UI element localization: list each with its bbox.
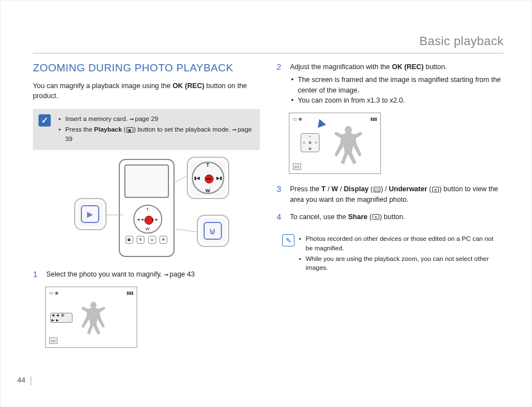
left-column: ZOOMING DURING PHOTO PLAYBACK You can ma… <box>33 62 260 373</box>
device-screen <box>124 164 169 198</box>
mid: ( <box>427 185 432 193</box>
dpad-t-label: T <box>146 207 149 212</box>
dpad-t: T <box>206 162 210 168</box>
step-number: 4 <box>277 212 284 222</box>
after: ) button. <box>380 213 405 221</box>
display-label: Display <box>344 185 369 193</box>
nav-indicator: ^ <⊕> ⊕ <box>301 133 320 152</box>
zoom-indicator: ◄◄ ⊕ ►► <box>50 313 72 323</box>
dpad-right-label: ►► <box>151 217 159 221</box>
osd-top: ▭ ◉ ▮▮▮ <box>49 290 133 297</box>
prereq-item: Press the Playback (▣) button to set the… <box>59 125 253 143</box>
intro-text-before: You can magnify a playback image using t… <box>33 82 172 90</box>
share-label: Share <box>348 213 367 221</box>
device-button-row: ▣ ↯ ⊍ ❄ <box>125 236 168 246</box>
intro-text-bold: OK (REC) <box>172 82 204 90</box>
step2-before: Adjust the magnification with the <box>290 63 392 71</box>
screen-illustration-2: ▭ ◉ ▮▮▮ ^ <⊕> ⊕ ▭ <box>289 113 381 174</box>
osd-bottom-icon: ▭ <box>49 337 57 344</box>
step-number: 3 <box>277 184 284 205</box>
sep: / <box>326 185 331 193</box>
check-icon <box>38 114 51 127</box>
right-column: 2 Adjust the magnification with the OK (… <box>277 62 504 373</box>
nav-up: ^ <box>309 135 311 139</box>
step-2: 2 Adjust the magnification with the OK (… <box>277 62 504 106</box>
device-dpad: T W ◄◄ ►► <box>133 205 162 234</box>
play-icon <box>81 205 99 223</box>
prereq-bold: Playback <box>94 126 122 133</box>
note-icon <box>282 234 294 246</box>
dpad-ring-icon: OK T W ▮◀ ▶▮ <box>192 162 224 194</box>
osd-tr-icon: ▮▮▮ <box>127 290 133 297</box>
step2-bullet: The screen is framed and the image is ma… <box>290 75 504 96</box>
before: To cancel, use the <box>290 213 348 221</box>
playback-button-callout <box>74 198 107 230</box>
notes-list: Photos recorded on other devices or thos… <box>299 234 497 273</box>
nav-down: ⊕ <box>308 147 312 151</box>
page-ref: page 43 <box>164 270 195 278</box>
note-item: Photos recorded on other devices or thos… <box>299 234 497 253</box>
photo-silhouette <box>76 299 110 336</box>
device-body: T W ◄◄ ►► ▣ ↯ ⊍ ❄ <box>119 159 175 257</box>
prereq-item: Insert a memory card. page 29 <box>59 114 253 124</box>
prereq-mid: ( <box>122 126 126 133</box>
device-btn-icon: ▣ <box>125 236 133 244</box>
sep: / <box>338 185 344 193</box>
mid: ( <box>369 185 373 193</box>
prereq-after: ) button to set the playback mode. <box>134 126 232 133</box>
step-number: 2 <box>277 62 284 106</box>
photo-silhouette <box>328 123 367 166</box>
step-1: 1 Select the photo you want to magnify. … <box>33 269 260 280</box>
content-columns: ZOOMING DURING PHOTO PLAYBACK You can ma… <box>33 62 504 373</box>
nav-right: > <box>315 140 317 144</box>
header-rule <box>33 53 504 54</box>
dpad-callout: OK T W ▮◀ ▶▮ <box>187 157 229 199</box>
callout-line <box>107 215 123 215</box>
osd-tl-icon: ▭ ◉ <box>293 117 302 123</box>
osd-tl-icon: ▭ ◉ <box>49 290 59 297</box>
step1-before: Select the photo you want to magnify. <box>46 270 164 278</box>
mid: ) / <box>381 185 389 193</box>
step-4: 4 To cancel, use the Share (↯) button. <box>277 212 504 222</box>
prerequisite-box: Insert a memory card. page 29 Press the … <box>33 109 260 150</box>
device-btn-icon: ❄ <box>159 236 167 244</box>
mid: ( <box>367 213 372 221</box>
share-icon: ↯ <box>373 214 379 220</box>
dpad-left-label: ◄◄ <box>137 217 144 221</box>
page-ref: page 29 <box>129 115 158 122</box>
callout-line <box>174 176 187 183</box>
step2-bullet: You can zoom in from x1.3 to x2.0. <box>290 95 504 106</box>
dpad-l: ▮◀ <box>194 176 200 181</box>
note-item: While you are using the playback zoom, y… <box>299 254 497 273</box>
underwater-icon <box>204 222 221 240</box>
step2-bullets: The screen is framed and the image is ma… <box>290 75 504 106</box>
ok-label: OK <box>205 175 214 183</box>
prereq-text: Insert a memory card. <box>65 115 129 122</box>
dpad-w-label: W <box>146 226 150 231</box>
w-label: W <box>331 185 338 193</box>
manual-page: Basic playback ZOOMING DURING PHOTO PLAY… <box>0 0 532 407</box>
section-header: Basic playback <box>419 34 504 49</box>
nav-left: < <box>303 140 305 144</box>
step-text: Select the photo you want to magnify. pa… <box>46 269 195 280</box>
step2-after: button. <box>424 63 447 71</box>
callout-line <box>176 229 198 232</box>
prereq-list: Insert a memory card. page 29 Press the … <box>59 114 253 143</box>
step-text: Adjust the magnification with the OK (RE… <box>290 62 504 106</box>
osd-top: ▭ ◉ ▮▮▮ <box>293 117 377 123</box>
playback-icon: ▣ <box>127 127 133 133</box>
t-label: T <box>321 185 326 193</box>
display-icon: |▯| <box>374 187 380 192</box>
dpad-r: ▶▮ <box>216 176 222 181</box>
step-text: To cancel, use the Share (↯) button. <box>290 212 405 222</box>
nav-center: ⊕ <box>308 140 312 145</box>
screen-illustration-1: ▭ ◉ ▮▮▮ ◄◄ ⊕ ►► ▭ <box>45 287 137 348</box>
page-number-bar <box>31 376 31 385</box>
underwater-button-callout <box>197 215 229 247</box>
step-text: Press the T / W / Display (|▯|) / Underw… <box>290 184 504 205</box>
dpad-w: W <box>205 188 210 193</box>
t: Press the <box>290 185 321 193</box>
step-3: 3 Press the T / W / Display (|▯|) / Unde… <box>277 184 504 205</box>
intro-text: You can magnify a playback image using t… <box>33 81 260 101</box>
page-number: 44 <box>17 376 25 384</box>
